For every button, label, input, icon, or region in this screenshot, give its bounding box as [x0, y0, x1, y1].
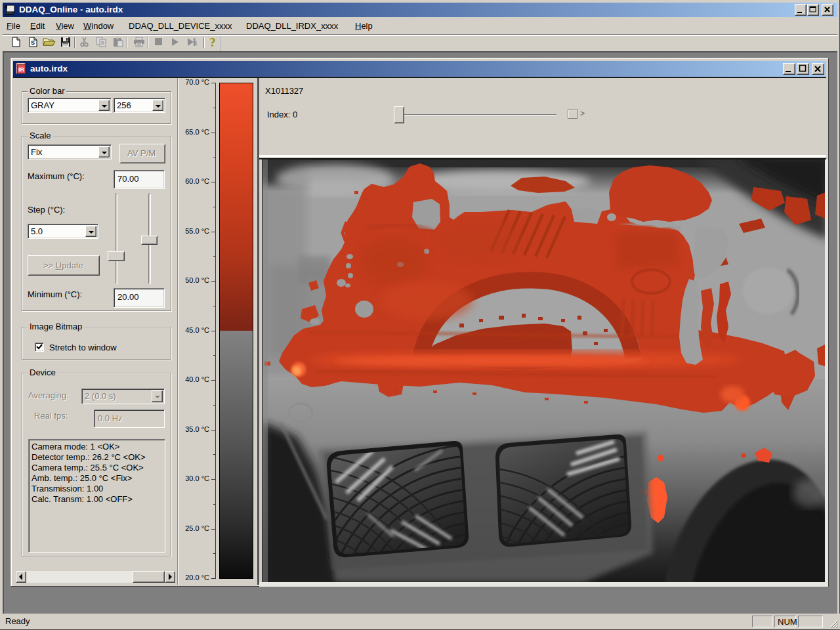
svg-text:?: ? — [210, 37, 216, 47]
svg-text:1: 1 — [194, 40, 198, 47]
svg-text:IR: IR — [18, 66, 25, 73]
svg-text:S: S — [31, 39, 35, 46]
